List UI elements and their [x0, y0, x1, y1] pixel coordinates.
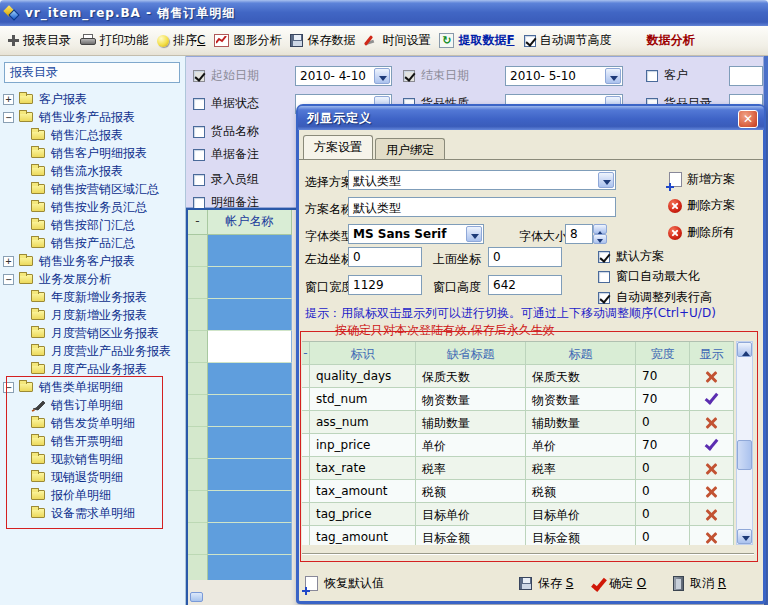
tab-user-binding[interactable]: 用户绑定 — [375, 138, 445, 159]
delete-plan-button[interactable]: 删除方案 — [668, 197, 735, 214]
width-cell[interactable]: 宽度 — [636, 342, 690, 365]
grid-row-header[interactable] — [188, 331, 208, 363]
title-cell[interactable]: 保质天数 — [526, 365, 636, 388]
width-cell[interactable]: 0 — [636, 411, 690, 434]
tree-item[interactable]: 年度新增业务报表 — [0, 288, 186, 306]
window-width-input[interactable]: 1129 — [348, 275, 422, 295]
tree-item[interactable]: − 销售业务产品报表 — [0, 108, 186, 126]
grid-row-cell[interactable] — [208, 267, 292, 299]
font-type-dropdown[interactable]: MS Sans Serif — [348, 224, 484, 244]
hide-x-icon[interactable] — [705, 462, 718, 475]
grid-row-cell[interactable] — [208, 427, 292, 459]
title-cell[interactable]: 物资数量 — [526, 388, 636, 411]
tree-item[interactable]: 设备需求单明细 — [0, 504, 186, 522]
tree-item[interactable]: 销售发货单明细 — [0, 414, 186, 432]
fetch-data-button[interactable]: ↻ 提取数据F — [439, 32, 514, 49]
grid-row-cell[interactable] — [208, 555, 292, 580]
save-button[interactable]: 保存 S — [519, 575, 573, 592]
grid-row[interactable] — [188, 235, 292, 267]
tree-item[interactable]: − 业务发展分析 — [0, 270, 186, 288]
field-id-cell[interactable]: tax_rate — [310, 457, 416, 480]
select-plan-dropdown[interactable]: 默认类型 — [348, 170, 616, 190]
grid-column-header[interactable]: 帐户名称 — [208, 210, 292, 235]
grid-row[interactable] — [188, 523, 292, 555]
field-id-cell[interactable]: quality_days — [310, 365, 416, 388]
ok-button[interactable]: 确定 O — [595, 575, 646, 592]
filter-checkbox[interactable] — [193, 126, 205, 138]
default-title-cell[interactable]: 单价 — [416, 434, 526, 457]
tree-item[interactable]: 销售按部门汇总 — [0, 216, 186, 234]
show-cell[interactable] — [690, 388, 734, 411]
tree-item[interactable]: 月度产品业务报表 — [0, 360, 186, 378]
width-cell[interactable]: 70 — [636, 365, 690, 388]
column-table-row[interactable]: tag_price 目标单价 目标单价 0 — [302, 503, 734, 526]
tree-item[interactable]: 月度新增业务报表 — [0, 306, 186, 324]
checkbox-checked-icon[interactable] — [524, 35, 536, 47]
tree-item[interactable]: + 销售业务客户报表 — [0, 252, 186, 270]
field-id-cell[interactable]: std_num — [310, 388, 416, 411]
row-header-cell[interactable] — [302, 434, 310, 457]
tree-item[interactable]: 月度营销区业务报表 — [0, 324, 186, 342]
grid-row-cell[interactable] — [208, 363, 292, 395]
grid-row-header[interactable] — [188, 235, 208, 267]
spinner-down-icon[interactable] — [593, 234, 607, 244]
doc-status-checkbox[interactable] — [193, 98, 205, 110]
font-size-value[interactable]: 8 — [565, 224, 593, 244]
default-title-cell[interactable]: 税额 — [416, 480, 526, 503]
filter-checkbox[interactable] — [193, 197, 205, 209]
row-header-cell[interactable] — [302, 457, 310, 480]
left-coord-input[interactable]: 0 — [348, 247, 422, 267]
title-cell[interactable]: 目标单价 — [526, 503, 636, 526]
row-header-cell[interactable] — [302, 503, 310, 526]
plan-name-input[interactable]: 默认类型 — [348, 197, 616, 217]
grid-row[interactable] — [188, 555, 292, 580]
tree-item[interactable]: 销售按营销区域汇总 — [0, 180, 186, 198]
restore-defaults-button[interactable]: 恢复默认值 — [305, 575, 384, 592]
show-check-icon[interactable] — [705, 436, 719, 450]
default-title-cell[interactable]: 物资数量 — [416, 388, 526, 411]
filter-left-item[interactable]: 单据备注 — [193, 146, 259, 163]
start-date-dropdown[interactable]: 2010- 4-10 — [295, 66, 392, 86]
grid-row-cell[interactable] — [208, 459, 292, 491]
show-cell[interactable] — [690, 526, 734, 545]
tree-expander-icon[interactable]: − — [3, 382, 14, 393]
grid-row-cell[interactable] — [208, 331, 292, 363]
filter-checkbox[interactable] — [193, 149, 205, 161]
tree-item[interactable]: 销售开票明细 — [0, 432, 186, 450]
delete-all-button[interactable]: 删除所有 — [668, 224, 735, 241]
hide-x-icon[interactable] — [705, 370, 718, 383]
grid-row-header[interactable] — [188, 459, 208, 491]
title-cell[interactable]: 标题 — [526, 342, 636, 365]
default-title-cell[interactable]: 目标单价 — [416, 503, 526, 526]
grid-row[interactable] — [188, 267, 292, 299]
row-header-cell[interactable] — [302, 411, 310, 434]
hide-x-icon[interactable] — [705, 508, 718, 521]
default-title-cell[interactable]: 辅助数量 — [416, 411, 526, 434]
row-header-cell[interactable] — [302, 365, 310, 388]
column-table-row[interactable]: std_num 物资数量 物资数量 70 — [302, 388, 734, 411]
default-title-cell[interactable]: 保质天数 — [416, 365, 526, 388]
save-data-button[interactable]: 保存数据 — [290, 32, 355, 49]
grid-row-cell[interactable] — [208, 235, 292, 267]
grid-row-header[interactable] — [188, 267, 208, 299]
end-date-checkbox[interactable] — [403, 70, 415, 82]
customer-input[interactable] — [729, 66, 763, 86]
title-cell[interactable]: 目标金额 — [526, 526, 636, 545]
grid-scrollbar-nub[interactable] — [190, 592, 203, 602]
grid-row-header[interactable] — [188, 491, 208, 523]
chevron-down-icon[interactable] — [605, 68, 621, 84]
show-cell[interactable] — [690, 434, 734, 457]
grid-row[interactable] — [188, 491, 292, 523]
grid-row-cell[interactable] — [208, 395, 292, 427]
grid-row-cell[interactable] — [208, 491, 292, 523]
scroll-up-icon[interactable] — [737, 342, 752, 357]
width-cell[interactable]: 0 — [636, 503, 690, 526]
grid-row-header[interactable] — [188, 555, 208, 580]
data-analysis-button[interactable]: 数据分析 — [647, 32, 695, 49]
grid-row-header[interactable] — [188, 299, 208, 331]
show-cell[interactable] — [690, 411, 734, 434]
grid-row-cell[interactable] — [208, 523, 292, 555]
auto-row-height-checkbox[interactable] — [598, 292, 610, 304]
grid-row[interactable] — [188, 395, 292, 427]
auto-maximize-option[interactable]: 窗口自动最大化 — [598, 268, 700, 285]
